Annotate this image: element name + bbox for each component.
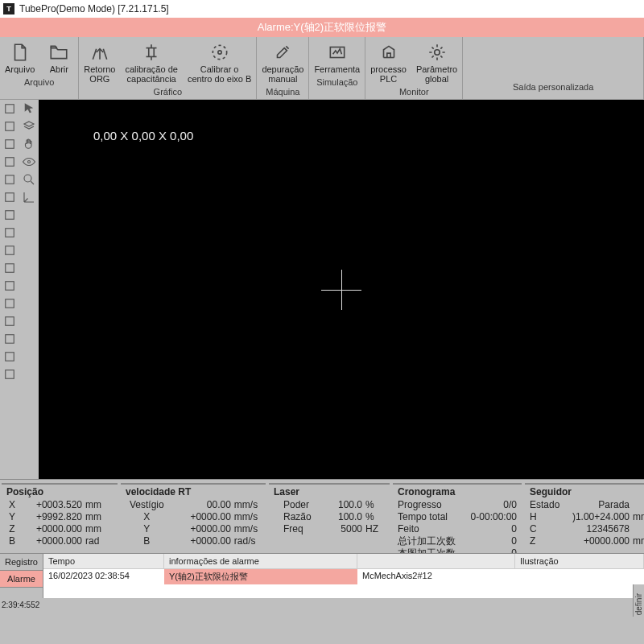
status-row: EstadoParada [530,499,644,511]
eye-icon[interactable] [22,155,36,169]
status-row: Tempo total0-00:00:00 [398,511,517,523]
status-value: 5000 [317,523,362,535]
zoom-icon[interactable] [22,172,36,187]
panel-rt-title: velocidade RT [126,486,261,497]
ribbon-item-label: Ferramenta [314,64,360,74]
status-value: +0000.00 [171,523,231,535]
status-key: Estado [530,499,565,511]
calib-b-button[interactable]: Calibrar ocentro do eixo B [183,39,257,85]
ribbon-group-label: Simulação [309,76,365,89]
svg-rect-12 [6,246,14,255]
status-row: Y+0000.00mm/s [126,523,261,535]
layers-icon[interactable] [22,119,36,134]
drop-icon[interactable] [2,296,17,311]
file-button[interactable]: Arquivo [0,39,39,76]
panel-rt-speed: velocidade RT Vestígio00.00mm/sX+0000.00… [121,483,266,550]
target-icon[interactable] [2,349,17,364]
group-icon[interactable] [2,155,17,169]
window-title: TubePro(Demo Mode) [7.21.171.5] [19,3,169,14]
dots-icon[interactable] [2,332,17,346]
log-col-ilu: Ilustração [515,554,644,568]
svg-rect-11 [6,229,14,237]
status-value: +0003.520 [21,499,82,511]
status-key: Progresso [398,499,450,511]
spark-icon[interactable] [2,314,17,328]
grid-icon[interactable] [2,101,17,116]
log-cell-ilu [515,569,644,584]
svg-point-3 [434,50,440,56]
hand-icon[interactable] [22,137,36,151]
side-label[interactable]: definir [633,584,644,617]
status-row: Feito0 [398,523,517,535]
status-bar: Posição X+0003.520mmY+9992.820mmZ+0000.0… [0,479,644,553]
left-toolbar-1 [0,100,19,479]
viewport-canvas[interactable]: 0,00 X 0,00 X 0,00 [39,100,644,479]
status-value: 100.0 [317,511,362,523]
status-unit: mm [85,511,113,523]
log-row[interactable]: 16/02/2023 02:38:54 Y(轴2)正软限位报警 McMechAx… [43,569,644,584]
open-icon [47,42,70,63]
status-value: 0 [454,535,517,547]
ring-icon[interactable] [2,190,17,204]
status-row: Freq5000HZ [274,523,385,535]
status-key: Razão [274,511,314,523]
shape-icon[interactable] [2,279,17,293]
ribbon-item-label: calibração decapacitância [125,64,177,84]
arrow-icon[interactable] [2,208,17,222]
plc-button[interactable]: processoPLC [365,39,411,85]
svg-rect-9 [6,193,14,202]
calib-cap-icon [140,42,163,63]
panel-follower-title: Seguidor [530,486,644,497]
ribbon-item-label: depuraçãomanual [262,64,303,84]
log-cell-tempo: 16/02/2023 02:38:54 [43,569,164,584]
panel-schedule: Cronograma Progresso0/0Tempo total0-00:0… [393,483,522,550]
manual-debug-button[interactable]: depuraçãomanual [257,39,308,85]
status-row: C12345678 [530,523,644,535]
panel-laser: Laser Poder100.0%Razão100.0%Freq5000HZ [269,483,390,550]
log-col-info: informações de alarme [164,554,357,568]
tab-registro[interactable]: Registro [0,554,43,571]
status-row: Z+0000.000mm [6,523,113,535]
open-button[interactable]: Abrir [39,39,78,76]
status-unit: mm [633,535,644,547]
column-icon[interactable] [2,172,17,187]
status-key: Z [6,523,18,535]
tool-button[interactable]: Ferramenta [309,39,365,76]
curve-icon[interactable] [2,137,17,151]
panel-laser-title: Laser [274,486,385,497]
ribbon-group: RetornoORGcalibração decapacitânciaCalib… [79,37,257,99]
param-icon [426,42,448,63]
return-org-button[interactable]: RetornoORG [79,39,120,85]
ribbon-item-label: processoPLC [370,64,407,84]
burst-icon[interactable] [2,261,17,275]
eraser-icon[interactable] [2,367,17,382]
cube-icon[interactable] [2,119,17,134]
ribbon-item-label: Parâmetroglobal [416,64,457,84]
calib-cap-button[interactable]: calibração decapacitância [120,39,182,85]
svg-rect-5 [6,122,14,131]
ribbon-group-label: Gráfico [79,85,256,99]
param-button[interactable]: Parâmetroglobal [411,39,462,85]
axis-icon[interactable] [22,190,36,204]
ribbon-item-label: Abrir [50,64,68,74]
status-key: Freq [274,523,314,535]
status-value: +0000.000 [21,535,82,547]
status-key: H [530,511,565,523]
pointer-icon[interactable] [22,101,36,116]
status-value: +0000.000 [21,523,82,535]
svg-rect-10 [6,211,14,220]
log-col-tempo: Tempo [43,554,164,568]
rectfill-icon[interactable] [2,243,17,258]
status-key: Feito [398,523,450,535]
status-key: C [530,523,565,535]
status-row: Vestígio00.00mm/s [126,499,261,511]
rect-icon[interactable] [2,225,17,240]
manual-debug-icon [271,42,294,63]
svg-rect-18 [6,353,14,361]
status-value: 100.0 [317,499,362,511]
log-table: Tempo informações de alarme Ilustração 1… [43,554,644,598]
tab-alarme[interactable]: Alarme [0,571,43,588]
status-row: H)1.00+24.000mm [530,511,644,523]
status-key: Vestígio [126,499,168,511]
calib-b-icon [208,42,231,63]
